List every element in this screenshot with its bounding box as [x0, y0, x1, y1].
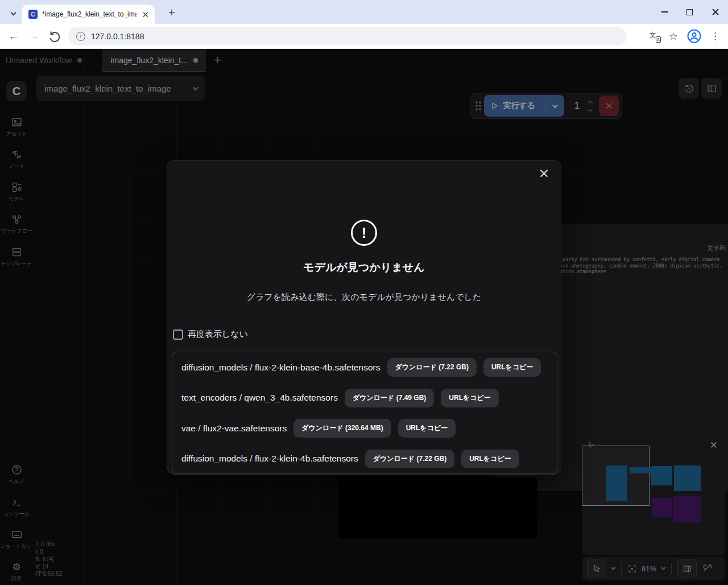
reload-icon[interactable]	[48, 30, 61, 43]
dialog-subtitle: グラフを読み込む際に、次のモデルが見つかりませんでした	[167, 292, 561, 303]
dont-show-again-checkbox[interactable]	[173, 329, 183, 340]
chevron-down-icon	[10, 10, 16, 15]
url-text: 127.0.0.1:8188	[91, 32, 144, 41]
bookmark-star-icon[interactable]: ☆	[669, 30, 678, 43]
new-tab-button[interactable]: +	[164, 5, 180, 20]
window-minimize-icon[interactable]	[661, 11, 668, 13]
copy-url-button[interactable]: URLをコピー	[441, 389, 499, 407]
comfyui-favicon-icon: C	[28, 10, 38, 19]
model-name: vae / flux2-vae.safetensors	[181, 423, 287, 434]
dont-show-again-row: 再度表示しない	[173, 329, 248, 340]
translate-icon[interactable]: 文A	[650, 31, 660, 42]
tab-close-icon[interactable]: ✕	[140, 9, 150, 20]
browser-tabstrip: C *image_flux2_klein_text_to_ima ✕ + ✕	[0, 0, 728, 24]
dialog-close-icon[interactable]: ✕	[539, 167, 549, 180]
download-button[interactable]: ダウンロード (7.49 GB)	[345, 389, 434, 407]
window-controls: ✕	[661, 0, 728, 24]
profile-avatar[interactable]	[687, 29, 701, 43]
dialog-title: モデルが見つかりません	[167, 260, 561, 275]
model-row: vae / flux2-vae.safetensors ダウンロード (320.…	[172, 413, 557, 444]
copy-url-button[interactable]: URLをコピー	[483, 358, 541, 377]
download-button[interactable]: ダウンロード (320.64 MB)	[293, 419, 391, 438]
model-row: diffusion_models / flux-2-klein-base-4b.…	[172, 352, 557, 383]
window-maximize-icon[interactable]	[686, 9, 693, 15]
url-bar[interactable]: i 127.0.0.1:8188	[68, 27, 627, 46]
window-close-icon[interactable]: ✕	[711, 7, 720, 18]
model-row: diffusion_models / flux-2-klein-4b.safet…	[172, 444, 557, 475]
alert-icon: !	[351, 220, 377, 246]
model-name: diffusion_models / flux-2-klein-base-4b.…	[181, 362, 380, 373]
model-name: text_encoders / qwen_3_4b.safetensors	[181, 393, 338, 403]
browser-toolbar: ← → i 127.0.0.1:8188 文A ☆ ⋮	[0, 24, 728, 49]
model-name: diffusion_models / flux-2-klein-4b.safet…	[181, 454, 358, 464]
missing-models-list: diffusion_models / flux-2-klein-base-4b.…	[172, 352, 557, 474]
browser-tab-title: *image_flux2_klein_text_to_ima	[42, 10, 136, 18]
copy-url-button[interactable]: URLをコピー	[461, 450, 519, 468]
browser-menu-icon[interactable]: ⋮	[710, 30, 720, 42]
models-missing-dialog: ✕ ! モデルが見つかりません グラフを読み込む際に、次のモデルが見つかりません…	[167, 160, 561, 475]
checkbox-label: 再度表示しない	[188, 329, 248, 340]
download-button[interactable]: ダウンロード (7.22 GB)	[365, 450, 454, 468]
tab-search-button[interactable]	[6, 5, 20, 20]
comfyui-app: Unsaved Workflow image_flux2_klein_t... …	[0, 49, 728, 585]
forward-icon[interactable]: →	[27, 30, 41, 43]
browser-chrome: C *image_flux2_klein_text_to_ima ✕ + ✕ ←…	[0, 0, 728, 49]
browser-tab[interactable]: C *image_flux2_klein_text_to_ima ✕	[22, 5, 155, 24]
download-button[interactable]: ダウンロード (7.22 GB)	[387, 358, 477, 377]
model-row: text_encoders / qwen_3_4b.safetensors ダウ…	[172, 383, 557, 414]
copy-url-button[interactable]: URLをコピー	[398, 419, 456, 438]
site-info-icon[interactable]: i	[76, 32, 85, 41]
back-icon[interactable]: ←	[7, 30, 20, 43]
